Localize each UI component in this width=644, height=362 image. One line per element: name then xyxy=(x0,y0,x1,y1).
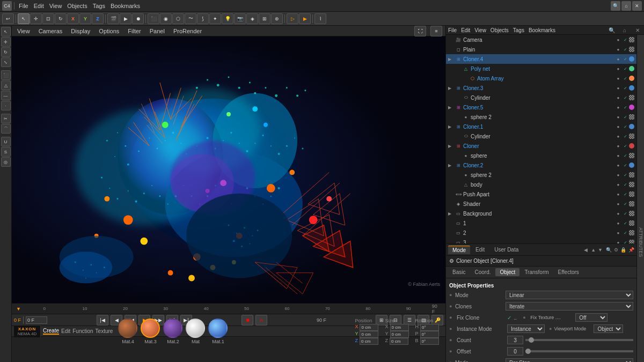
material-mat4[interactable]: Mat.4 xyxy=(118,319,137,344)
lt-edge[interactable]: — xyxy=(1,91,11,100)
film3-btn[interactable]: ⏺ xyxy=(132,13,144,24)
vis-icon[interactable]: ● xyxy=(615,143,621,149)
edit-tab[interactable]: Edit xyxy=(471,246,489,254)
vis-icon[interactable]: ● xyxy=(615,230,621,236)
menu-view[interactable]: View xyxy=(47,3,64,9)
hierarchy-row[interactable]: ▭3●✓ xyxy=(446,238,636,244)
inst-mode-select[interactable]: Instance xyxy=(507,324,545,333)
vis-icon[interactable]: ● xyxy=(615,162,621,168)
cam-btn[interactable]: 📷 xyxy=(234,13,246,24)
interactive-render-btn[interactable]: ▶ xyxy=(299,13,311,24)
check-icon[interactable]: ✓ xyxy=(622,65,628,72)
hierarchy-row[interactable]: ▭2●✓ xyxy=(446,228,636,238)
vis-icon[interactable]: ● xyxy=(615,104,621,110)
vp-filter[interactable]: Filter xyxy=(126,28,143,34)
rp-home-icon[interactable]: ⌂ xyxy=(620,26,629,34)
pos-z-input[interactable] xyxy=(360,338,378,345)
search-icon2[interactable]: 🔍 xyxy=(606,247,612,253)
sphere-btn[interactable]: ◉ xyxy=(160,13,172,24)
rp-close-icon[interactable]: ✕ xyxy=(633,26,642,34)
menu-objects[interactable]: Objects xyxy=(65,3,89,9)
hierarchy-row[interactable]: ▶⊞Cloner●✓ xyxy=(446,141,636,151)
vis-icon[interactable]: ● xyxy=(615,75,621,82)
size-x-input[interactable] xyxy=(390,324,409,331)
hierarchy-row[interactable]: ▭1●✓ xyxy=(446,218,636,228)
lt-select[interactable]: ↖ xyxy=(1,27,11,36)
hierarchy-row[interactable]: ▶⊞Cloner.4●✓ xyxy=(446,54,636,64)
size-z-input[interactable] xyxy=(390,338,408,345)
rp-view[interactable]: View xyxy=(474,27,486,33)
check-icon[interactable]: ✓ xyxy=(622,133,628,139)
rp-bookmarks[interactable]: Bookmarks xyxy=(529,27,555,33)
mode-select[interactable]: Linear xyxy=(506,291,633,299)
render-btn[interactable]: ▷ xyxy=(287,13,298,24)
check-icon[interactable]: ✓ xyxy=(622,36,628,43)
effector-btn[interactable]: ✦ xyxy=(209,13,221,24)
offset-slider[interactable] xyxy=(525,350,633,352)
select-tool[interactable]: ↖ xyxy=(18,13,30,24)
deform-btn[interactable]: ⟆ xyxy=(197,13,209,24)
hierarchy-row[interactable]: ▶⊞Cloner.5●✓ xyxy=(446,102,636,112)
pos-x-input[interactable] xyxy=(360,324,378,331)
hierarchy-row[interactable]: △Poly net●✓ xyxy=(446,64,636,73)
vis-icon[interactable]: ● xyxy=(615,172,621,178)
ptab-effectors[interactable]: Effectors xyxy=(554,268,583,276)
vis-icon[interactable]: ● xyxy=(615,152,621,159)
menu-file[interactable]: File xyxy=(17,3,31,9)
check-icon[interactable]: ✓ xyxy=(622,239,628,244)
arrow-down[interactable]: ▼ xyxy=(598,247,603,253)
lt-scale[interactable]: ⤡ xyxy=(1,57,11,67)
hierarchy-row[interactable]: ▶⊞Cloner.2●✓ xyxy=(446,160,636,170)
check-icon[interactable]: ✓ xyxy=(622,191,628,197)
lt-poly2[interactable]: △ xyxy=(1,80,11,90)
gear-icon[interactable]: ⚙ xyxy=(614,247,618,253)
hierarchy-row[interactable]: ●sphere●✓ xyxy=(446,151,636,160)
arrow-up[interactable]: ▲ xyxy=(591,247,596,253)
hierarchy-row[interactable]: ⬭Cylinder●✓ xyxy=(446,93,636,102)
tab-create[interactable]: Create xyxy=(43,328,59,335)
pin-icon[interactable]: 📌 xyxy=(628,247,634,253)
lt-poly1[interactable]: ⬛ xyxy=(1,70,11,80)
lt-magnet[interactable]: U xyxy=(1,137,11,146)
pos-y-input[interactable] xyxy=(360,331,378,338)
scale-tool[interactable]: ⊡ xyxy=(42,13,54,24)
hierarchy-row[interactable]: ⬡Atom Array●✓ xyxy=(446,73,636,83)
check-icon[interactable]: ✓ xyxy=(622,46,628,53)
tab-texture[interactable]: Texture xyxy=(96,328,113,334)
nurbs-btn[interactable]: 〜 xyxy=(185,13,196,24)
material-mat2[interactable]: Mat.2 xyxy=(163,319,182,344)
vis-icon[interactable]: ● xyxy=(615,201,621,207)
menu-tags[interactable]: Tags xyxy=(91,3,107,9)
tab-edit[interactable]: Edit xyxy=(61,328,70,334)
clones-select[interactable]: Iterate xyxy=(506,302,633,311)
lt-point[interactable]: · xyxy=(1,101,11,110)
lt-paint[interactable]: ◎ xyxy=(1,157,11,167)
count-input[interactable] xyxy=(507,336,523,344)
cube-btn[interactable]: ⬛ xyxy=(148,13,159,24)
home-icon[interactable]: ⌂ xyxy=(621,1,631,11)
vis-icon[interactable]: ● xyxy=(615,65,621,72)
vis-icon[interactable]: ● xyxy=(615,210,621,217)
material-mat3[interactable]: Mat.3 xyxy=(141,319,160,344)
hierarchy-row[interactable]: ●sphere 2●✓ xyxy=(446,170,636,180)
vis-icon[interactable]: ● xyxy=(615,85,621,91)
hierarchy-row[interactable]: ⟺Push Apart●✓ xyxy=(446,189,636,199)
y-axis[interactable]: Y xyxy=(79,13,91,24)
hierarchy-row[interactable]: ⬭Cylinder●✓ xyxy=(446,131,636,141)
lt-rotate[interactable]: ↻ xyxy=(1,47,11,57)
vp-view[interactable]: View xyxy=(15,28,32,34)
hierarchy-row[interactable]: ●sphere 2●✓ xyxy=(446,112,636,122)
hierarchy-row[interactable]: ▶▭Background●✓ xyxy=(446,209,636,218)
check-icon[interactable]: ✓ xyxy=(622,181,628,188)
film-btn[interactable]: 🎬 xyxy=(107,13,119,24)
check-icon[interactable]: ✓ xyxy=(622,75,628,82)
mode-tab[interactable]: Mode xyxy=(448,246,470,254)
mograph-btn[interactable]: ⊞ xyxy=(259,13,270,24)
app-icon[interactable]: C4 xyxy=(2,1,12,11)
material-mat1[interactable]: Mat.1 xyxy=(208,319,228,344)
ptab-coord[interactable]: Coord. xyxy=(470,268,495,276)
rot-b-input[interactable] xyxy=(420,338,439,345)
vis-icon[interactable]: ● xyxy=(615,46,621,53)
undo-btn[interactable]: ↩ xyxy=(2,13,14,24)
hierarchy-row[interactable]: △body●✓ xyxy=(446,180,636,189)
